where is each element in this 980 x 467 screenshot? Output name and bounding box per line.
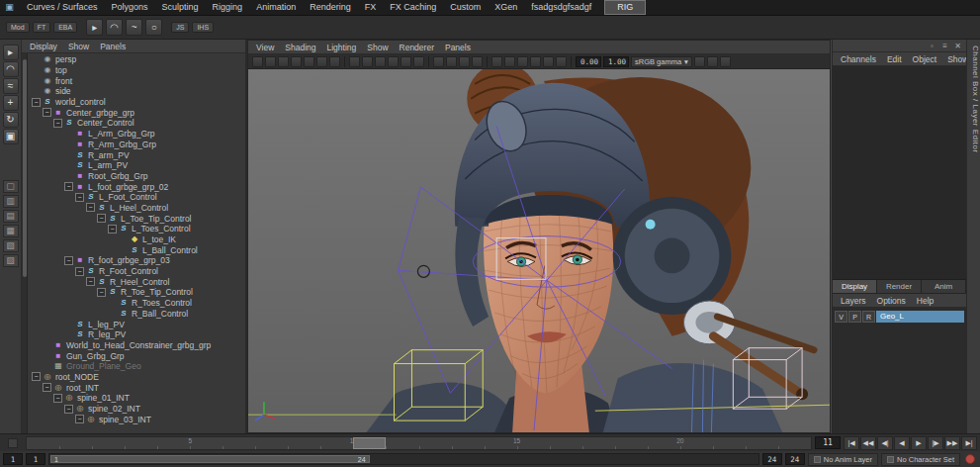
expander-icon[interactable]: − <box>97 214 106 223</box>
layer-editor-tab-anim[interactable]: Anim <box>922 280 966 293</box>
gamma-field[interactable]: 1.00 <box>603 56 629 67</box>
workspace-icon[interactable]: ▣ <box>4 2 15 13</box>
xray-icon[interactable] <box>543 56 554 67</box>
single-pane-layout-button[interactable]: ▢ <box>3 180 19 193</box>
layer-menu-help[interactable]: Help <box>917 296 934 306</box>
outliner-menu-panels[interactable]: Panels <box>100 42 126 51</box>
exposure-field[interactable]: 0.00 <box>576 56 601 67</box>
character-set-button[interactable]: No Character Set <box>881 453 960 466</box>
tree-row[interactable]: SL_Ball_Control <box>30 244 245 255</box>
viewport-canvas[interactable] <box>248 69 830 432</box>
expander-icon[interactable]: − <box>108 225 117 234</box>
shelf-tab-rig[interactable]: RIG <box>604 0 646 15</box>
layer-name[interactable]: Geo_L <box>876 311 964 323</box>
film-gate-icon[interactable] <box>362 56 373 67</box>
menu-item-xgen[interactable]: XGen <box>488 0 524 15</box>
shelf-button-js[interactable]: JS <box>171 22 189 33</box>
channel-box-menu-channels[interactable]: Channels <box>841 54 876 64</box>
lights-icon[interactable] <box>472 56 483 67</box>
shelf-button-ft[interactable]: FT <box>33 22 51 33</box>
tree-row[interactable]: ▦Ground_Plane_Geo <box>30 361 245 372</box>
step-forward-frame-button[interactable]: |▶ <box>928 436 943 450</box>
outliner-menu-show[interactable]: Show <box>68 42 89 51</box>
expander-icon[interactable]: − <box>75 267 84 276</box>
gate-mask-icon[interactable] <box>388 56 399 67</box>
safe-title-icon[interactable] <box>413 56 424 67</box>
expander-icon[interactable]: − <box>53 394 62 403</box>
layer-editor-tab-display[interactable]: Display <box>833 280 877 293</box>
tree-row[interactable]: SR_leg_PV <box>30 329 245 340</box>
playback-start-field[interactable] <box>26 453 45 465</box>
scrollbar-thumb[interactable] <box>23 59 27 277</box>
circle-icon[interactable]: ○ <box>145 19 162 36</box>
tree-row[interactable]: −SL_Heel_Control <box>30 203 245 214</box>
tree-row[interactable]: ■R_Arm_Grbg_Grp <box>30 140 245 150</box>
tree-row[interactable]: −■Center_grbge_grp <box>30 107 245 118</box>
tree-row[interactable]: ■Gun_Grbg_Grp <box>30 350 245 361</box>
tree-row[interactable]: ◆L_toe_IK <box>30 234 245 245</box>
select-tool-icon[interactable]: ▸ <box>3 45 19 60</box>
shadows-icon[interactable] <box>491 56 502 67</box>
textured-icon[interactable] <box>459 56 470 67</box>
motion-blur-icon[interactable] <box>517 56 528 67</box>
menu-item-polygons[interactable]: Polygons <box>105 0 155 15</box>
lasso-icon[interactable]: ◠ <box>106 19 123 36</box>
tree-row[interactable]: ■World_to_Head_Constrainer_grbg_grp <box>30 340 245 351</box>
expander-icon[interactable]: − <box>53 119 62 128</box>
expander-icon[interactable]: − <box>43 383 51 392</box>
time-slider[interactable]: 5101520 <box>26 436 812 450</box>
play-backward-button[interactable]: ◀ <box>894 436 910 450</box>
menu-item-sculpting[interactable]: Sculpting <box>155 0 206 15</box>
tree-row[interactable]: −◎root_INT <box>30 382 245 393</box>
tree-row[interactable]: −SR_Toe_Tip_Control <box>30 287 245 298</box>
menu-item-animation[interactable]: Animation <box>249 0 303 15</box>
tree-row[interactable]: −SCenter_Control <box>30 118 245 129</box>
menu-item-fx[interactable]: FX <box>358 0 384 15</box>
range-slider-bar[interactable]: 1 24 <box>50 455 370 463</box>
expander-icon[interactable]: − <box>86 277 95 286</box>
channel-box-menu-object[interactable]: Object <box>913 54 937 64</box>
screen-space-ao-icon[interactable] <box>504 56 515 67</box>
grease-pencil-icon[interactable] <box>329 56 340 67</box>
snapshot-icon[interactable] <box>707 56 718 67</box>
grid-icon[interactable] <box>349 56 360 67</box>
expander-icon[interactable]: − <box>64 405 73 414</box>
tree-row[interactable]: SL_leg_PV <box>30 319 245 329</box>
anim-layer-button[interactable]: No Anim Layer <box>808 453 878 466</box>
expander-icon[interactable]: − <box>75 193 84 202</box>
tree-row[interactable]: −◎spine_03_INT <box>30 414 245 424</box>
channel-box-menu-edit[interactable]: Edit <box>887 54 902 64</box>
select-camera-icon[interactable] <box>252 56 263 67</box>
step-forward-key-button[interactable]: ▶▶ <box>944 436 960 450</box>
view-transform-select[interactable]: sRGB gamma▾ <box>631 56 692 67</box>
resolution-gate-icon[interactable] <box>375 56 386 67</box>
step-back-frame-button[interactable]: ◀| <box>877 436 893 450</box>
layer-toggle-p[interactable]: P <box>848 311 861 323</box>
tree-row[interactable]: −■R_foot_grbge_grp_03 <box>30 255 245 266</box>
outliner-persp-layout-button[interactable]: ▧ <box>3 239 19 252</box>
layout-icon[interactable]: ≡ <box>940 42 949 50</box>
viewport-menu-shading[interactable]: Shading <box>285 43 315 52</box>
tree-row[interactable]: −SL_Foot_Control <box>30 192 245 203</box>
expander-icon[interactable]: − <box>64 182 73 191</box>
pin-icon[interactable]: ▫ <box>928 42 936 50</box>
animation-start-field[interactable] <box>3 453 23 465</box>
playback-end-field[interactable] <box>762 453 782 465</box>
select-icon[interactable]: ▸ <box>86 19 103 36</box>
move-tool-icon[interactable]: + <box>3 95 19 111</box>
outliner-scrollbar[interactable] <box>22 53 28 433</box>
expander-icon[interactable]: − <box>97 288 106 297</box>
expander-icon[interactable]: − <box>64 256 73 265</box>
range-slider[interactable]: 1 24 <box>48 453 759 465</box>
menu-item-custom[interactable]: Custom <box>443 0 488 15</box>
tree-row[interactable]: −SL_Toes_Control <box>30 224 245 234</box>
viewport-menu-panels[interactable]: Panels <box>445 43 471 52</box>
close-icon[interactable]: ✕ <box>953 42 962 50</box>
outliner-menu-display[interactable]: Display <box>30 42 57 51</box>
shelf-button-ihs[interactable]: IHS <box>192 22 214 33</box>
tree-row[interactable]: ◉side <box>30 86 245 97</box>
shaded-icon[interactable] <box>446 56 457 67</box>
tree-row[interactable]: ■L_Arm_Grbg_Grp <box>30 129 245 140</box>
tree-row[interactable]: −SR_Foot_Control <box>30 266 245 277</box>
2d-pan-zoom-icon[interactable] <box>316 56 327 67</box>
